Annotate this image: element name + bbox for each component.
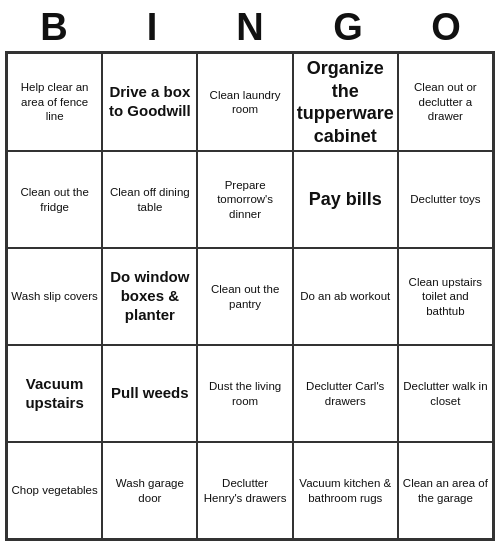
bingo-cell-9: Declutter toys xyxy=(398,151,493,248)
bingo-cell-21: Wash garage door xyxy=(102,442,197,539)
bingo-cell-5: Clean out the fridge xyxy=(7,151,102,248)
bingo-cell-22: Declutter Henry's drawers xyxy=(197,442,292,539)
bingo-cell-12: Clean out the pantry xyxy=(197,248,292,345)
bingo-grid: Help clear an area of fence lineDrive a … xyxy=(5,51,495,541)
bingo-cell-8: Pay bills xyxy=(293,151,398,248)
bingo-cell-20: Chop vegetables xyxy=(7,442,102,539)
letter-o: O xyxy=(401,6,491,49)
bingo-cell-3: Organize the tupperware cabinet xyxy=(293,53,398,151)
letter-i: I xyxy=(107,6,197,49)
bingo-cell-14: Clean upstairs toilet and bathtub xyxy=(398,248,493,345)
bingo-cell-10: Wash slip covers xyxy=(7,248,102,345)
letter-g: G xyxy=(303,6,393,49)
bingo-cell-19: Declutter walk in closet xyxy=(398,345,493,442)
bingo-cell-15: Vacuum upstairs xyxy=(7,345,102,442)
bingo-cell-0: Help clear an area of fence line xyxy=(7,53,102,151)
bingo-cell-2: Clean laundry room xyxy=(197,53,292,151)
bingo-cell-24: Clean an area of the garage xyxy=(398,442,493,539)
bingo-cell-23: Vacuum kitchen & bathroom rugs xyxy=(293,442,398,539)
bingo-cell-11: Do window boxes & planter xyxy=(102,248,197,345)
bingo-cell-1: Drive a box to Goodwill xyxy=(102,53,197,151)
bingo-title-row: B I N G O xyxy=(5,0,495,51)
bingo-cell-4: Clean out or declutter a drawer xyxy=(398,53,493,151)
bingo-cell-18: Declutter Carl's drawers xyxy=(293,345,398,442)
bingo-cell-17: Dust the living room xyxy=(197,345,292,442)
bingo-cell-7: Prepare tomorrow's dinner xyxy=(197,151,292,248)
bingo-cell-16: Pull weeds xyxy=(102,345,197,442)
letter-b: B xyxy=(9,6,99,49)
bingo-cell-6: Clean off dining table xyxy=(102,151,197,248)
letter-n: N xyxy=(205,6,295,49)
bingo-cell-13: Do an ab workout xyxy=(293,248,398,345)
